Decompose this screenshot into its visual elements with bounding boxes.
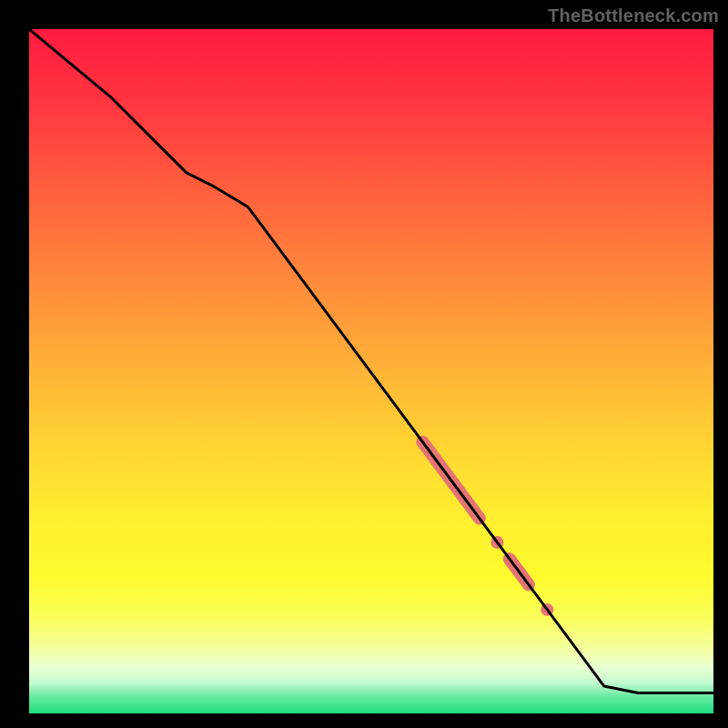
plot-area: [29, 29, 713, 713]
main-curve: [29, 29, 713, 693]
attribution-label: TheBottleneck.com: [548, 5, 719, 26]
chart-frame: TheBottleneck.com: [0, 0, 728, 728]
curve-layer: [29, 29, 713, 713]
